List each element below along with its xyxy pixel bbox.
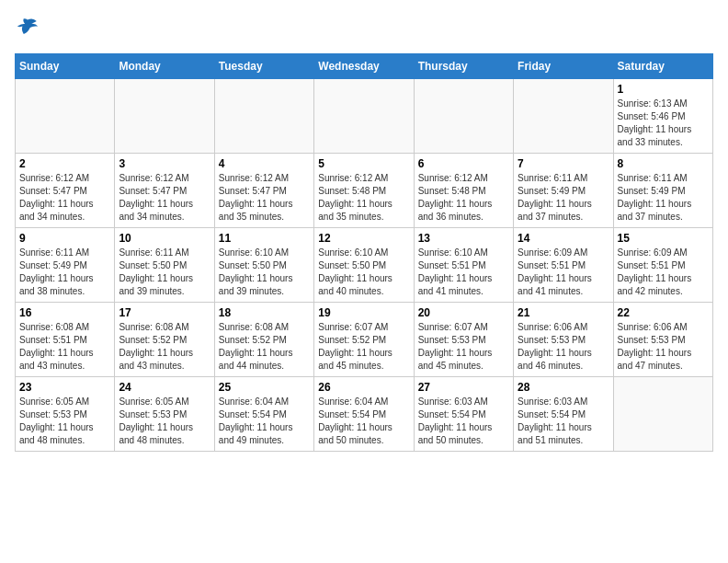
calendar-day-10: 10Sunrise: 6:11 AM Sunset: 5:50 PM Dayli…	[115, 228, 214, 303]
calendar-day-2: 2Sunrise: 6:12 AM Sunset: 5:47 PM Daylig…	[16, 154, 115, 228]
day-number: 25	[219, 381, 310, 394]
day-number: 6	[418, 157, 509, 170]
day-number: 13	[418, 232, 509, 245]
calendar-day-23: 23Sunrise: 6:05 AM Sunset: 5:53 PM Dayli…	[16, 377, 115, 452]
day-info: Sunrise: 6:11 AM Sunset: 5:49 PM Dayligh…	[518, 172, 609, 224]
calendar-day-16: 16Sunrise: 6:08 AM Sunset: 5:51 PM Dayli…	[16, 303, 115, 377]
calendar-table: SundayMondayTuesdayWednesdayThursdayFrid…	[15, 53, 713, 452]
day-number: 9	[19, 232, 110, 245]
day-info: Sunrise: 6:07 AM Sunset: 5:53 PM Dayligh…	[418, 321, 509, 373]
calendar-day-6: 6Sunrise: 6:12 AM Sunset: 5:48 PM Daylig…	[414, 154, 513, 228]
day-number: 11	[219, 232, 310, 245]
calendar-week-row: 2Sunrise: 6:12 AM Sunset: 5:47 PM Daylig…	[16, 154, 713, 228]
day-info: Sunrise: 6:10 AM Sunset: 5:50 PM Dayligh…	[318, 247, 409, 298]
calendar-empty-cell	[115, 79, 214, 154]
calendar-day-22: 22Sunrise: 6:06 AM Sunset: 5:53 PM Dayli…	[613, 303, 712, 377]
day-number: 1	[618, 83, 709, 96]
calendar-empty-cell	[414, 79, 513, 154]
day-info: Sunrise: 6:09 AM Sunset: 5:51 PM Dayligh…	[618, 247, 709, 298]
calendar-empty-cell	[314, 79, 414, 154]
day-number: 18	[219, 306, 310, 319]
day-number: 15	[618, 232, 709, 245]
day-info: Sunrise: 6:05 AM Sunset: 5:53 PM Dayligh…	[119, 396, 210, 447]
calendar-weekday-monday: Monday	[115, 54, 214, 79]
calendar-day-11: 11Sunrise: 6:10 AM Sunset: 5:50 PM Dayli…	[214, 228, 313, 303]
day-info: Sunrise: 6:08 AM Sunset: 5:52 PM Dayligh…	[219, 321, 310, 373]
day-info: Sunrise: 6:10 AM Sunset: 5:51 PM Dayligh…	[418, 247, 509, 298]
day-info: Sunrise: 6:13 AM Sunset: 5:46 PM Dayligh…	[618, 98, 709, 149]
day-number: 21	[518, 306, 609, 319]
day-number: 17	[119, 306, 210, 319]
calendar-day-5: 5Sunrise: 6:12 AM Sunset: 5:48 PM Daylig…	[314, 154, 414, 228]
day-number: 2	[19, 157, 110, 170]
day-info: Sunrise: 6:12 AM Sunset: 5:48 PM Dayligh…	[418, 172, 509, 224]
day-info: Sunrise: 6:06 AM Sunset: 5:53 PM Dayligh…	[518, 321, 609, 373]
calendar-day-12: 12Sunrise: 6:10 AM Sunset: 5:50 PM Dayli…	[314, 228, 414, 303]
day-info: Sunrise: 6:04 AM Sunset: 5:54 PM Dayligh…	[219, 396, 310, 447]
day-info: Sunrise: 6:04 AM Sunset: 5:54 PM Dayligh…	[318, 396, 409, 447]
calendar-day-18: 18Sunrise: 6:08 AM Sunset: 5:52 PM Dayli…	[214, 303, 313, 377]
day-info: Sunrise: 6:12 AM Sunset: 5:47 PM Dayligh…	[19, 172, 110, 224]
day-info: Sunrise: 6:07 AM Sunset: 5:52 PM Dayligh…	[318, 321, 409, 373]
day-info: Sunrise: 6:08 AM Sunset: 5:51 PM Dayligh…	[19, 321, 110, 373]
calendar-day-27: 27Sunrise: 6:03 AM Sunset: 5:54 PM Dayli…	[414, 377, 513, 452]
day-number: 7	[518, 157, 609, 170]
day-info: Sunrise: 6:09 AM Sunset: 5:51 PM Dayligh…	[518, 247, 609, 298]
logo	[15, 15, 42, 44]
calendar-day-1: 1Sunrise: 6:13 AM Sunset: 5:46 PM Daylig…	[613, 79, 712, 154]
day-number: 20	[418, 306, 509, 319]
calendar-weekday-thursday: Thursday	[414, 54, 513, 79]
calendar-weekday-wednesday: Wednesday	[314, 54, 414, 79]
day-info: Sunrise: 6:10 AM Sunset: 5:50 PM Dayligh…	[219, 247, 310, 298]
logo-bird-icon	[15, 15, 40, 40]
calendar-day-3: 3Sunrise: 6:12 AM Sunset: 5:47 PM Daylig…	[115, 154, 214, 228]
day-number: 10	[119, 232, 210, 245]
calendar-day-25: 25Sunrise: 6:04 AM Sunset: 5:54 PM Dayli…	[214, 377, 313, 452]
calendar-header-row: SundayMondayTuesdayWednesdayThursdayFrid…	[16, 54, 713, 79]
day-number: 23	[19, 381, 110, 394]
day-number: 4	[219, 157, 310, 170]
calendar-day-17: 17Sunrise: 6:08 AM Sunset: 5:52 PM Dayli…	[115, 303, 214, 377]
page-header	[15, 15, 713, 44]
calendar-day-4: 4Sunrise: 6:12 AM Sunset: 5:47 PM Daylig…	[214, 154, 313, 228]
day-info: Sunrise: 6:11 AM Sunset: 5:50 PM Dayligh…	[119, 247, 210, 298]
calendar-day-24: 24Sunrise: 6:05 AM Sunset: 5:53 PM Dayli…	[115, 377, 214, 452]
day-number: 8	[618, 157, 709, 170]
day-number: 12	[318, 232, 409, 245]
calendar-week-row: 1Sunrise: 6:13 AM Sunset: 5:46 PM Daylig…	[16, 79, 713, 154]
day-number: 5	[318, 157, 409, 170]
day-info: Sunrise: 6:11 AM Sunset: 5:49 PM Dayligh…	[618, 172, 709, 224]
calendar-day-9: 9Sunrise: 6:11 AM Sunset: 5:49 PM Daylig…	[16, 228, 115, 303]
calendar-weekday-saturday: Saturday	[613, 54, 712, 79]
calendar-weekday-friday: Friday	[514, 54, 613, 79]
calendar-day-20: 20Sunrise: 6:07 AM Sunset: 5:53 PM Dayli…	[414, 303, 513, 377]
day-info: Sunrise: 6:06 AM Sunset: 5:53 PM Dayligh…	[618, 321, 709, 373]
calendar-day-13: 13Sunrise: 6:10 AM Sunset: 5:51 PM Dayli…	[414, 228, 513, 303]
day-info: Sunrise: 6:12 AM Sunset: 5:47 PM Dayligh…	[219, 172, 310, 224]
calendar-empty-cell	[613, 377, 712, 452]
day-number: 3	[119, 157, 210, 170]
calendar-day-7: 7Sunrise: 6:11 AM Sunset: 5:49 PM Daylig…	[514, 154, 613, 228]
calendar-day-15: 15Sunrise: 6:09 AM Sunset: 5:51 PM Dayli…	[613, 228, 712, 303]
calendar-day-19: 19Sunrise: 6:07 AM Sunset: 5:52 PM Dayli…	[314, 303, 414, 377]
day-number: 27	[418, 381, 509, 394]
day-info: Sunrise: 6:03 AM Sunset: 5:54 PM Dayligh…	[418, 396, 509, 447]
calendar-day-14: 14Sunrise: 6:09 AM Sunset: 5:51 PM Dayli…	[514, 228, 613, 303]
calendar-empty-cell	[514, 79, 613, 154]
calendar-week-row: 9Sunrise: 6:11 AM Sunset: 5:49 PM Daylig…	[16, 228, 713, 303]
calendar-weekday-sunday: Sunday	[16, 54, 115, 79]
day-info: Sunrise: 6:12 AM Sunset: 5:47 PM Dayligh…	[119, 172, 210, 224]
day-info: Sunrise: 6:03 AM Sunset: 5:54 PM Dayligh…	[518, 396, 609, 447]
day-number: 16	[19, 306, 110, 319]
calendar-day-26: 26Sunrise: 6:04 AM Sunset: 5:54 PM Dayli…	[314, 377, 414, 452]
day-number: 28	[518, 381, 609, 394]
calendar-day-21: 21Sunrise: 6:06 AM Sunset: 5:53 PM Dayli…	[514, 303, 613, 377]
day-number: 14	[518, 232, 609, 245]
calendar-day-8: 8Sunrise: 6:11 AM Sunset: 5:49 PM Daylig…	[613, 154, 712, 228]
calendar-empty-cell	[16, 79, 115, 154]
day-info: Sunrise: 6:08 AM Sunset: 5:52 PM Dayligh…	[119, 321, 210, 373]
calendar-week-row: 16Sunrise: 6:08 AM Sunset: 5:51 PM Dayli…	[16, 303, 713, 377]
calendar-week-row: 23Sunrise: 6:05 AM Sunset: 5:53 PM Dayli…	[16, 377, 713, 452]
day-number: 19	[318, 306, 409, 319]
day-number: 26	[318, 381, 409, 394]
